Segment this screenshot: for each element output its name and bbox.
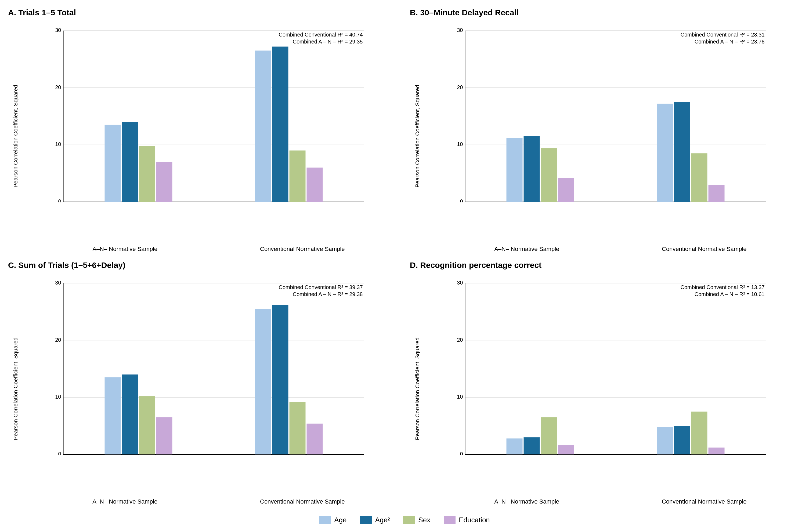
bar-d-Conventional-Normative-Sample-education bbox=[708, 447, 725, 455]
legend-swatch-sex bbox=[403, 516, 415, 524]
svg-text:30: 30 bbox=[457, 27, 463, 33]
bar-b-Conventional-Normative-Sample-age bbox=[657, 104, 673, 202]
y-axis-label: Pearson Correlation Coefficient, Squared bbox=[12, 337, 19, 440]
chart-panel-a: A. Trials 1–5 TotalPearson Correlation C… bbox=[3, 3, 404, 255]
legend-label-age2: Age² bbox=[375, 516, 390, 524]
svg-text:30: 30 bbox=[457, 280, 463, 286]
bar-c-Conventional-Normative-Sample-sex bbox=[290, 402, 306, 455]
legend-swatch-age bbox=[319, 516, 331, 524]
svg-text:Combined Conventional R² = 28.: Combined Conventional R² = 28.31 bbox=[681, 32, 765, 38]
legend-swatch-age2 bbox=[360, 516, 372, 524]
bar-a-Conventional-Normative-Sample-education bbox=[307, 167, 323, 202]
svg-text:0: 0 bbox=[460, 198, 463, 202]
legend-label-age: Age bbox=[334, 516, 346, 524]
bar-b-A–N–-Normative-Sample-age2 bbox=[524, 136, 540, 202]
bar-c-Conventional-Normative-Sample-education bbox=[307, 424, 323, 455]
x-axis-label: Conventional Normative Sample bbox=[616, 245, 793, 252]
svg-text:30: 30 bbox=[55, 27, 61, 33]
svg-text:30: 30 bbox=[55, 280, 61, 286]
svg-text:10: 10 bbox=[55, 141, 61, 147]
legend-swatch-education bbox=[444, 516, 455, 524]
chart-svg-a: 0102030Combined Conventional R² = 40.74C… bbox=[23, 20, 399, 202]
svg-text:0: 0 bbox=[58, 451, 61, 455]
bar-c-Conventional-Normative-Sample-age bbox=[255, 309, 271, 455]
bar-d-Conventional-Normative-Sample-sex bbox=[691, 412, 707, 455]
chart-svg-d: 0102030Combined Conventional R² = 13.37C… bbox=[425, 272, 801, 455]
chart-title-a: A. Trials 1–5 Total bbox=[8, 8, 399, 17]
svg-text:0: 0 bbox=[460, 451, 463, 455]
bar-a-A–N–-Normative-Sample-age2 bbox=[122, 122, 138, 202]
bar-c-Conventional-Normative-Sample-age2 bbox=[272, 305, 289, 455]
legend: AgeAge²SexEducation bbox=[0, 511, 809, 532]
chart-title-d: D. Recognition percentage correct bbox=[410, 261, 801, 270]
x-axis-label: A–N– Normative Sample bbox=[36, 497, 214, 505]
legend-label-education: Education bbox=[459, 516, 490, 524]
bar-b-Conventional-Normative-Sample-age2 bbox=[674, 102, 690, 202]
legend-item-age: Age bbox=[319, 516, 346, 524]
svg-text:20: 20 bbox=[55, 337, 61, 343]
legend-item-age2: Age² bbox=[360, 516, 390, 524]
svg-text:20: 20 bbox=[457, 84, 463, 90]
bar-c-A–N–-Normative-Sample-age bbox=[105, 377, 121, 455]
svg-text:Combined A – N –  R² = 10.61: Combined A – N – R² = 10.61 bbox=[694, 291, 765, 297]
bar-c-A–N–-Normative-Sample-age2 bbox=[122, 374, 138, 455]
bar-a-A–N–-Normative-Sample-age bbox=[105, 125, 121, 202]
x-axis-label: Conventional Normative Sample bbox=[214, 497, 391, 505]
x-axis-label: A–N– Normative Sample bbox=[438, 245, 616, 252]
bar-d-Conventional-Normative-Sample-age2 bbox=[674, 426, 690, 455]
x-axis-label: A–N– Normative Sample bbox=[438, 497, 616, 505]
svg-text:10: 10 bbox=[457, 394, 463, 400]
bar-d-A–N–-Normative-Sample-age2 bbox=[524, 437, 540, 455]
bar-d-A–N–-Normative-Sample-age bbox=[506, 438, 523, 455]
legend-item-sex: Sex bbox=[403, 516, 430, 524]
svg-text:Combined Conventional R² = 40.: Combined Conventional R² = 40.74 bbox=[279, 32, 363, 38]
chart-svg-c: 0102030Combined Conventional R² = 39.37C… bbox=[23, 272, 399, 455]
bar-b-A–N–-Normative-Sample-sex bbox=[541, 148, 557, 202]
x-axis-label: Conventional Normative Sample bbox=[214, 245, 391, 252]
bar-d-A–N–-Normative-Sample-education bbox=[558, 445, 574, 455]
bar-b-A–N–-Normative-Sample-age bbox=[506, 138, 523, 202]
svg-text:Combined A – N –  R² = 23.76: Combined A – N – R² = 23.76 bbox=[694, 39, 765, 45]
chart-title-b: B. 30–Minute Delayed Recall bbox=[410, 8, 801, 17]
bar-a-Conventional-Normative-Sample-age2 bbox=[272, 47, 289, 202]
bar-b-A–N–-Normative-Sample-education bbox=[558, 178, 574, 202]
bar-b-Conventional-Normative-Sample-sex bbox=[691, 153, 707, 202]
chart-title-c: C. Sum of Trials (1–5+6+Delay) bbox=[8, 261, 399, 270]
bar-d-A–N–-Normative-Sample-sex bbox=[541, 418, 557, 455]
svg-text:10: 10 bbox=[55, 394, 61, 400]
svg-text:20: 20 bbox=[55, 84, 61, 90]
legend-label-sex: Sex bbox=[418, 516, 430, 524]
bar-a-Conventional-Normative-Sample-age bbox=[255, 51, 271, 202]
y-axis-label: Pearson Correlation Coefficient, Squared bbox=[414, 337, 420, 440]
chart-panel-d: D. Recognition percentage correctPearson… bbox=[404, 255, 806, 508]
svg-text:Combined Conventional R² = 39.: Combined Conventional R² = 39.37 bbox=[279, 284, 363, 290]
x-axis-label: Conventional Normative Sample bbox=[616, 497, 793, 505]
bar-c-A–N–-Normative-Sample-sex bbox=[139, 396, 155, 455]
bar-a-Conventional-Normative-Sample-sex bbox=[290, 150, 306, 202]
chart-svg-b: 0102030Combined Conventional R² = 28.31C… bbox=[425, 20, 801, 202]
svg-text:10: 10 bbox=[457, 141, 463, 147]
svg-text:0: 0 bbox=[58, 198, 61, 202]
bar-b-Conventional-Normative-Sample-education bbox=[708, 185, 725, 202]
chart-panel-b: B. 30–Minute Delayed RecallPearson Corre… bbox=[404, 3, 806, 255]
bar-c-A–N–-Normative-Sample-education bbox=[156, 418, 172, 455]
legend-item-education: Education bbox=[444, 516, 490, 524]
chart-panel-c: C. Sum of Trials (1–5+6+Delay)Pearson Co… bbox=[3, 255, 404, 508]
y-axis-label: Pearson Correlation Coefficient, Squared bbox=[12, 85, 19, 188]
svg-text:Combined A – N –  R² = 29.38: Combined A – N – R² = 29.38 bbox=[293, 291, 363, 297]
svg-text:Combined Conventional R² = 13.: Combined Conventional R² = 13.37 bbox=[681, 284, 765, 290]
bar-a-A–N–-Normative-Sample-education bbox=[156, 162, 172, 202]
y-axis-label: Pearson Correlation Coefficient, Squared bbox=[414, 85, 420, 188]
x-axis-label: A–N– Normative Sample bbox=[36, 245, 214, 252]
svg-text:20: 20 bbox=[457, 337, 463, 343]
bar-d-Conventional-Normative-Sample-age bbox=[657, 427, 673, 455]
svg-text:Combined A – N –  R² = 29.35: Combined A – N – R² = 29.35 bbox=[293, 39, 363, 45]
bar-a-A–N–-Normative-Sample-sex bbox=[139, 146, 155, 202]
